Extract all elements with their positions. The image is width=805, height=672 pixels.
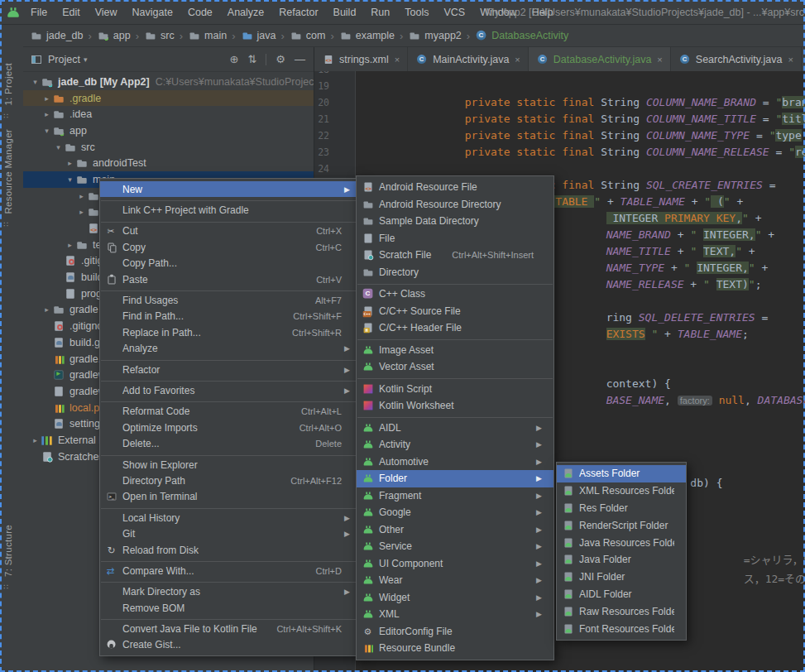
new-submenu-item[interactable]: EditorConfig File (357, 623, 553, 641)
editor-tab[interactable]: a (802, 47, 805, 71)
folder-submenu-item[interactable]: Font Resources Folder (557, 620, 686, 637)
folder-submenu-item[interactable]: Java Resources Folder (557, 534, 686, 551)
new-submenu-item[interactable]: Other ▶ (357, 521, 553, 539)
new-submenu-item[interactable]: Sample Data Directory (357, 213, 553, 230)
context-menu-item[interactable]: Link C++ Project with Gradle (100, 202, 362, 218)
menubar-item[interactable]: Navigate (125, 5, 180, 20)
context-menu-item[interactable]: Create Gist... (100, 637, 362, 653)
context-menu-item[interactable]: Directory Path Ctrl+Alt+F12 (100, 473, 362, 488)
breadcrumb-item[interactable]: com (276, 29, 325, 42)
tree-expand-arrow[interactable]: ▸ (41, 110, 52, 118)
tree-row[interactable]: ▾ jade_db [My App2] C:¥Users¥munakata¥St… (23, 74, 314, 90)
new-submenu-item[interactable]: AIDL ▶ (357, 420, 553, 437)
context-menu-item[interactable]: Show in Explorer (100, 457, 362, 473)
close-icon[interactable]: × (395, 55, 400, 65)
editor-tab[interactable]: MainActivity.java × (408, 47, 529, 71)
context-menu-item[interactable]: Remove BOM (100, 600, 362, 616)
menubar-item[interactable]: File (23, 5, 55, 20)
chevron-down-icon[interactable]: ▾ (84, 55, 88, 64)
collapse-all-button[interactable]: ⇅ (247, 53, 256, 65)
context-menu-item[interactable]: Open in Terminal (100, 489, 362, 505)
tree-row[interactable]: ▸ androidTest (23, 155, 314, 171)
breadcrumb-item[interactable]: main (175, 29, 227, 42)
tree-row[interactable]: ▸ .idea (23, 106, 314, 122)
new-submenu-item[interactable]: Kotlin Script (357, 381, 553, 398)
context-menu-item[interactable]: Copy Ctrl+C (100, 239, 362, 255)
editor-tab[interactable]: SearchActivity.java × (671, 47, 802, 71)
context-menu-item[interactable]: Reformat Code Ctrl+Alt+L (100, 404, 362, 420)
folder-submenu-item[interactable]: Raw Resources Folder (557, 602, 686, 620)
new-submenu-item[interactable]: Directory (357, 264, 553, 281)
context-menu-item[interactable]: New ▶ (100, 181, 362, 197)
new-submenu-item[interactable]: Android Resource Directory (357, 196, 553, 214)
context-menu-item[interactable]: Local History ▶ (100, 510, 362, 526)
tool-window-button[interactable]: Resource Manager (2, 129, 15, 232)
context-menu-item[interactable]: Find in Path... Ctrl+Shift+F (100, 309, 362, 324)
context-menu-item[interactable]: Refactor ▶ (100, 362, 362, 377)
menubar-item[interactable]: View (88, 5, 125, 20)
context-menu-item[interactable]: Compare With... Ctrl+D (100, 563, 362, 578)
folder-submenu-item[interactable]: JNI Folder (557, 569, 686, 586)
new-submenu-item[interactable]: Folder ▶ (357, 470, 553, 487)
new-submenu-item[interactable]: Scratch File Ctrl+Alt+Shift+Insert (357, 247, 553, 264)
new-submenu-item[interactable]: Wear ▶ (357, 572, 553, 589)
breadcrumb-item[interactable]: app (84, 29, 131, 42)
tool-window-button[interactable]: 7: Structure (2, 525, 15, 594)
folder-submenu-item[interactable]: Assets Folder (557, 465, 686, 482)
context-menu-item[interactable]: Mark Directory as ▶ (100, 584, 362, 600)
close-icon[interactable]: × (788, 55, 793, 65)
tree-expand-arrow[interactable]: ▸ (76, 192, 87, 200)
new-submenu-item[interactable]: Fragment ▶ (357, 487, 553, 505)
context-menu-item[interactable]: Convert Java File to Kotlin File Ctrl+Al… (100, 621, 362, 636)
project-panel-title[interactable]: Project (48, 54, 80, 65)
menubar-item[interactable]: Tools (397, 5, 436, 20)
new-submenu-item[interactable]: UI Component ▶ (357, 555, 553, 573)
breadcrumb-item[interactable]: src (131, 29, 175, 42)
context-menu-item[interactable]: Analyze ▶ (100, 341, 362, 357)
new-submenu-item[interactable]: C/C++ Header File (357, 319, 553, 337)
folder-submenu-item[interactable]: Java Folder (557, 551, 686, 569)
hide-panel-button[interactable]: — (295, 53, 305, 65)
breadcrumb-item[interactable]: jade_db (30, 29, 84, 42)
folder-submenu-item[interactable]: Res Folder (557, 500, 686, 517)
new-submenu-item[interactable]: Android Resource File (357, 179, 553, 196)
new-submenu-item[interactable]: Image Asset (357, 342, 553, 359)
new-submenu-item[interactable]: Activity ▶ (357, 436, 553, 454)
tree-expand-arrow[interactable]: ▸ (65, 241, 75, 249)
new-submenu-item[interactable]: Vector Asset (357, 358, 553, 376)
context-menu-item[interactable]: Git ▶ (100, 526, 362, 541)
new-submenu-item[interactable]: XML ▶ (357, 606, 553, 623)
breadcrumb-item[interactable]: DatabaseActivity (462, 29, 568, 42)
new-submenu-item[interactable]: Resource Bundle (357, 640, 553, 657)
locate-file-button[interactable]: ⊕ (230, 53, 239, 65)
breadcrumb-item[interactable]: example (325, 29, 395, 42)
tree-row[interactable]: ▾ app (23, 122, 314, 139)
new-submenu-item[interactable]: Service ▶ (357, 538, 553, 555)
close-icon[interactable]: × (515, 55, 520, 65)
new-submenu-item[interactable]: File (357, 230, 553, 247)
tree-expand-arrow[interactable]: ▾ (41, 127, 52, 135)
context-menu-item[interactable]: Add to Favorites ▶ (100, 382, 362, 398)
menubar-item[interactable]: Edit (55, 5, 88, 20)
context-menu-item[interactable]: Replace in Path... Ctrl+Shift+R (100, 324, 362, 340)
menubar-item[interactable]: VCS (436, 5, 472, 20)
tool-window-button[interactable]: 1: Project (2, 63, 15, 123)
tree-row[interactable]: ▸ .gradle (23, 90, 314, 107)
context-menu-item[interactable]: Find Usages Alt+F7 (100, 292, 362, 308)
tree-row[interactable]: ▾ src (23, 139, 314, 156)
tree-expand-arrow[interactable]: ▸ (76, 208, 87, 216)
tree-expand-arrow[interactable]: ▾ (53, 143, 64, 151)
tree-expand-arrow[interactable]: ▸ (41, 94, 52, 103)
context-menu-item[interactable]: Delete... Delete (100, 435, 362, 451)
folder-submenu-item[interactable]: AIDL Folder (557, 586, 686, 603)
folder-submenu-item[interactable]: RenderScript Folder (557, 516, 686, 534)
tree-expand-arrow[interactable]: ▾ (30, 78, 41, 86)
tree-expand-arrow[interactable]: ▸ (30, 436, 41, 444)
new-submenu-item[interactable]: Google ▶ (357, 504, 553, 521)
context-menu-item[interactable]: Reload from Disk (100, 542, 362, 558)
editor-tab[interactable]: DatabaseActivity.java × (529, 47, 671, 71)
context-menu-item[interactable]: Paste Ctrl+V (100, 271, 362, 287)
menubar-item[interactable]: Refactor (271, 5, 325, 20)
tree-expand-arrow[interactable]: ▸ (41, 305, 52, 314)
menubar-item[interactable]: Run (363, 5, 397, 20)
